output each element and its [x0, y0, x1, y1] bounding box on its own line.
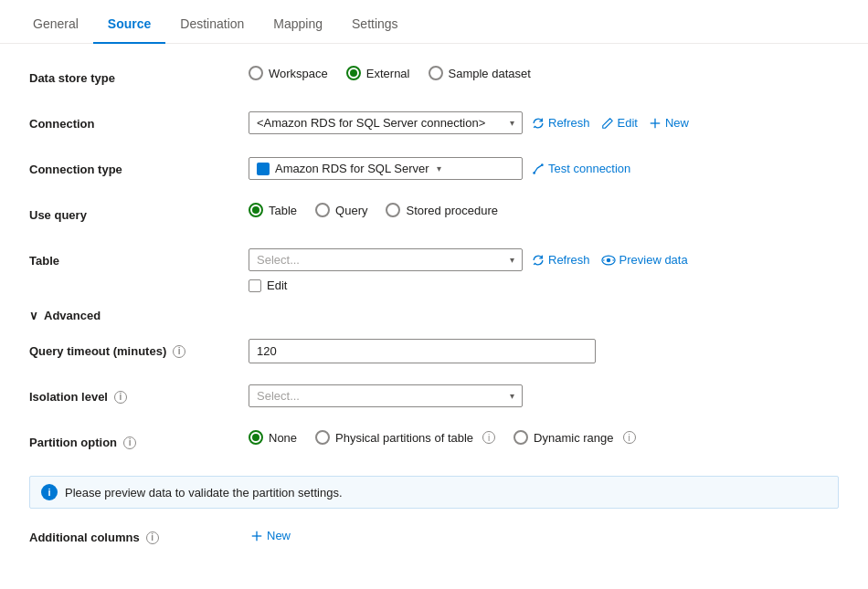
- advanced-section-label: Advanced: [44, 309, 101, 322]
- table-chevron-icon: ▾: [510, 255, 514, 265]
- connection-type-dropdown[interactable]: Amazon RDS for SQL Server ▾: [249, 157, 523, 180]
- additional-columns-new-label: New: [267, 529, 291, 542]
- info-message-icon: i: [41, 484, 58, 500]
- radio-table-label: Table: [269, 204, 297, 217]
- table-refresh-button[interactable]: Refresh: [530, 249, 592, 270]
- additional-columns-text: Additional columns: [29, 531, 140, 544]
- additional-columns-info-icon[interactable]: i: [146, 531, 159, 544]
- radio-dynamic-range-circle: [513, 430, 528, 445]
- radio-dynamic-range[interactable]: Dynamic range i: [513, 430, 635, 445]
- radio-external-circle: [346, 66, 361, 80]
- table-refresh-icon: [532, 254, 545, 267]
- partition-option-info-icon[interactable]: i: [123, 436, 136, 449]
- connection-type-row: Connection type Amazon RDS for SQL Serve…: [29, 157, 839, 186]
- table-dropdown[interactable]: Select... ▾: [249, 248, 523, 271]
- db-icon: [257, 163, 270, 175]
- radio-workspace[interactable]: Workspace: [249, 66, 328, 80]
- preview-icon: [601, 255, 616, 266]
- radio-stored-procedure[interactable]: Stored procedure: [386, 203, 497, 217]
- connection-edit-label: Edit: [618, 116, 638, 130]
- radio-none-label: None: [269, 431, 297, 445]
- test-connection-icon: [532, 163, 545, 175]
- connection-dropdown[interactable]: <Amazon RDS for SQL Server connection> ▾: [249, 111, 523, 134]
- radio-dynamic-range-label: Dynamic range: [534, 431, 613, 445]
- isolation-level-label: Isolation level i: [29, 384, 249, 404]
- query-timeout-label: Query timeout (minutes) i: [29, 339, 249, 358]
- additional-columns-label: Additional columns i: [29, 525, 249, 544]
- connection-type-control: Amazon RDS for SQL Server ▾ Test connect…: [249, 157, 839, 180]
- isolation-level-row: Isolation level i Select... ▾: [29, 384, 839, 414]
- radio-workspace-circle: [249, 66, 263, 80]
- isolation-level-placeholder: Select...: [257, 389, 503, 403]
- connection-refresh-button[interactable]: Refresh: [530, 112, 592, 133]
- radio-stored-procedure-label: Stored procedure: [406, 204, 497, 217]
- connection-refresh-label: Refresh: [548, 116, 590, 130]
- tab-source[interactable]: Source: [93, 5, 165, 44]
- use-query-row: Use query Table Query Stored procedure: [29, 203, 839, 232]
- tab-settings[interactable]: Settings: [337, 5, 413, 44]
- radio-physical-partitions[interactable]: Physical partitions of table i: [315, 430, 495, 445]
- radio-none[interactable]: None: [249, 430, 297, 445]
- radio-stored-procedure-circle: [386, 203, 400, 217]
- radio-sample-dataset[interactable]: Sample dataset: [429, 66, 531, 80]
- info-message-text: Please preview data to validate the part…: [65, 486, 343, 500]
- tab-general[interactable]: General: [18, 5, 93, 44]
- svg-point-5: [606, 258, 609, 261]
- data-store-type-control: Workspace External Sample dataset: [249, 66, 839, 80]
- partition-option-label: Partition option i: [29, 430, 249, 449]
- connection-control: <Amazon RDS for SQL Server connection> ▾…: [249, 111, 839, 134]
- connection-label: Connection: [29, 111, 249, 131]
- info-message-box: i Please preview data to validate the pa…: [29, 476, 839, 509]
- connection-type-value-wrapper: Amazon RDS for SQL Server: [257, 162, 429, 175]
- connection-new-label: New: [665, 116, 689, 130]
- radio-query-label: Query: [335, 204, 367, 217]
- table-row: Table Select... ▾ Refresh: [29, 248, 839, 292]
- svg-point-3: [541, 163, 544, 166]
- plus-icon: [649, 117, 662, 130]
- connection-new-button[interactable]: New: [647, 112, 691, 133]
- isolation-level-info-icon[interactable]: i: [114, 391, 127, 404]
- isolation-level-dropdown[interactable]: Select... ▾: [249, 384, 523, 407]
- additional-columns-new-button[interactable]: New: [249, 525, 292, 546]
- query-timeout-info-icon[interactable]: i: [173, 345, 185, 358]
- table-row-controls: Select... ▾ Refresh: [249, 248, 690, 271]
- connection-type-value: Amazon RDS for SQL Server: [275, 162, 429, 175]
- radio-external-label: External: [366, 67, 410, 80]
- isolation-level-control: Select... ▾: [249, 384, 839, 407]
- tab-destination[interactable]: Destination: [165, 5, 259, 44]
- tab-bar: General Source Destination Mapping Setti…: [0, 0, 868, 44]
- radio-query[interactable]: Query: [315, 203, 367, 217]
- query-timeout-input[interactable]: [249, 339, 596, 363]
- data-store-type-row: Data store type Workspace External Sampl…: [29, 66, 839, 95]
- data-store-type-label: Data store type: [29, 66, 249, 85]
- connection-chevron-icon: ▾: [510, 118, 514, 128]
- use-query-label: Use query: [29, 203, 249, 222]
- form-content: Data store type Workspace External Sampl…: [0, 44, 868, 589]
- svg-point-2: [533, 172, 535, 174]
- advanced-chevron-icon: ∨: [29, 309, 38, 322]
- preview-data-label: Preview data: [619, 253, 688, 267]
- radio-table[interactable]: Table: [249, 203, 297, 217]
- radio-table-circle: [249, 203, 263, 217]
- preview-data-button[interactable]: Preview data: [599, 249, 690, 270]
- partition-option-text: Partition option: [29, 436, 117, 449]
- query-timeout-row: Query timeout (minutes) i: [29, 339, 839, 368]
- dynamic-range-info-icon[interactable]: i: [623, 431, 636, 444]
- connection-row: Connection <Amazon RDS for SQL Server co…: [29, 111, 839, 141]
- connection-edit-button[interactable]: Edit: [599, 112, 640, 133]
- radio-physical-partitions-label: Physical partitions of table: [335, 431, 473, 445]
- additional-columns-row: Additional columns i New: [29, 525, 839, 554]
- radio-external[interactable]: External: [346, 66, 410, 80]
- table-control: Select... ▾ Refresh: [249, 248, 839, 292]
- table-edit-checkbox[interactable]: Edit: [249, 279, 287, 292]
- advanced-section-header[interactable]: ∨ Advanced: [29, 309, 839, 322]
- physical-partitions-info-icon[interactable]: i: [482, 431, 495, 444]
- connection-value: <Amazon RDS for SQL Server connection>: [257, 116, 503, 130]
- data-store-type-radio-group: Workspace External Sample dataset: [249, 66, 531, 80]
- test-connection-button[interactable]: Test connection: [530, 158, 632, 179]
- table-placeholder: Select...: [257, 253, 503, 267]
- tab-mapping[interactable]: Mapping: [259, 5, 337, 44]
- test-connection-label: Test connection: [548, 162, 630, 175]
- query-timeout-control: [249, 339, 839, 363]
- table-edit-checkbox-box: [249, 279, 261, 292]
